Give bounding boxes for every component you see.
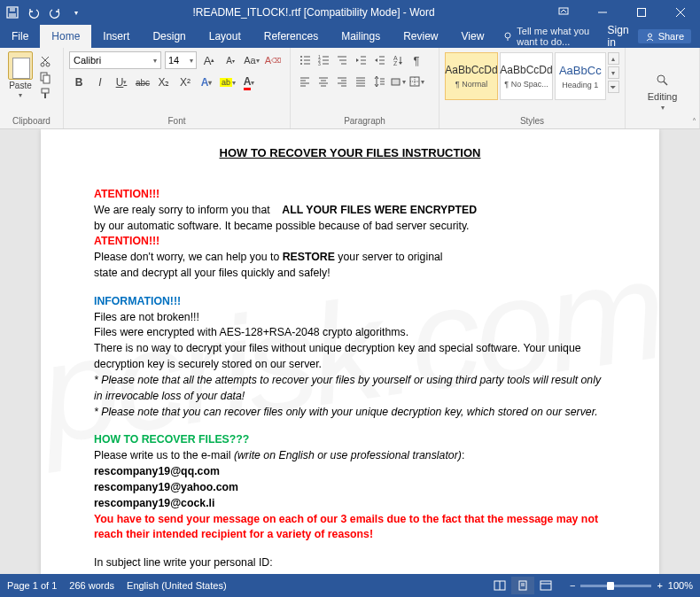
cut-button[interactable] (39, 55, 51, 67)
font-size-select[interactable]: 14▾ (165, 51, 197, 69)
style-heading-1[interactable]: AaBbCc Heading 1 (555, 52, 606, 100)
decrease-indent-button[interactable] (352, 51, 369, 69)
maximize-button[interactable] (622, 0, 661, 25)
save-icon[interactable] (5, 5, 19, 19)
svg-rect-74 (541, 581, 551, 590)
doc-text: rescompany19@yahoo.com (94, 481, 238, 493)
collapse-ribbon-button[interactable]: ˄ (692, 117, 696, 127)
web-layout-button[interactable] (534, 577, 557, 594)
svg-line-13 (43, 57, 49, 63)
align-right-button[interactable] (333, 73, 351, 90)
zoom-in-button[interactable]: + (657, 580, 662, 591)
quick-access-toolbar: ▾ (0, 5, 83, 19)
read-mode-button[interactable] (488, 577, 511, 594)
group-editing: Editing ▾ (626, 48, 700, 128)
doc-text: by our automatic software. It became pos… (94, 219, 606, 235)
doc-text: Files were encrypted with AES-128+RSA-20… (94, 325, 606, 341)
style-preview: AaBbCcDd (500, 64, 552, 76)
tab-insert[interactable]: Insert (91, 25, 141, 48)
ribbon-options-icon[interactable] (544, 0, 583, 25)
close-button[interactable] (661, 0, 700, 25)
svg-point-19 (300, 56, 302, 58)
svg-rect-5 (638, 9, 646, 17)
increase-indent-button[interactable] (370, 51, 388, 69)
align-left-button[interactable] (296, 73, 314, 90)
group-label-clipboard: Clipboard (4, 116, 59, 128)
highlight-button[interactable]: ab▾ (218, 73, 237, 92)
document-page[interactable]: HOW TO RECOVER YOUR FILES INSTRUCTION AT… (41, 129, 659, 574)
zoom-value[interactable]: 100% (668, 580, 693, 591)
tell-me-search[interactable]: Tell me what you want to do... (495, 25, 598, 48)
tab-review[interactable]: Review (392, 25, 449, 48)
chevron-down-icon: ▾ (661, 104, 665, 112)
svg-point-12 (46, 63, 50, 66)
doc-text: state and decrypt all your files quickly… (94, 266, 606, 282)
status-language[interactable]: English (United States) (127, 580, 227, 591)
paste-button[interactable]: Paste ▾ (4, 51, 37, 99)
sign-in-link[interactable]: Sign in (608, 24, 629, 49)
shrink-font-button[interactable]: A▾ (222, 51, 239, 69)
group-font: Calibri▾ 14▾ A▴ A▾ Aa▾ A⌫ B I U▾ abc X₂ … (64, 48, 291, 128)
copy-button[interactable] (39, 71, 51, 83)
tab-view[interactable]: View (450, 25, 496, 48)
redo-icon[interactable] (48, 5, 62, 19)
subscript-button[interactable]: X₂ (154, 73, 174, 92)
strikethrough-button[interactable]: abc (133, 73, 152, 92)
doc-text: We are realy sorry to inform you that (94, 204, 273, 216)
change-case-button[interactable]: Aa▾ (243, 51, 261, 69)
style-normal[interactable]: AaBbCcDd ¶ Normal (445, 52, 498, 100)
status-bar: Page 1 of 1 266 words English (United St… (0, 574, 700, 597)
tab-layout[interactable]: Layout (198, 25, 253, 48)
document-area[interactable]: HOW TO RECOVER YOUR FILES INSTRUCTION AT… (0, 129, 700, 574)
doc-text: INFORMATION!!! (94, 295, 181, 307)
undo-icon[interactable] (27, 5, 41, 19)
qat-customize-icon[interactable]: ▾ (69, 5, 83, 19)
lightbulb-icon (502, 31, 513, 42)
line-spacing-button[interactable] (370, 73, 388, 90)
borders-button[interactable]: ▾ (408, 73, 425, 90)
font-name-select[interactable]: Calibri▾ (69, 51, 161, 69)
svg-point-10 (648, 34, 651, 37)
doc-text: rescompany19@cock.li (94, 497, 214, 509)
ribbon: Paste ▾ Clipboard Calibri▾ 14▾ A▴ A▾ Aa▾… (0, 48, 700, 129)
status-page[interactable]: Page 1 of 1 (7, 580, 57, 591)
superscript-button[interactable]: X² (175, 73, 195, 92)
minimize-button[interactable] (583, 0, 622, 25)
italic-button[interactable]: I (90, 73, 110, 92)
zoom-slider[interactable] (580, 585, 651, 587)
shading-button[interactable]: ▾ (389, 73, 407, 90)
sort-button[interactable]: AZ (389, 51, 407, 69)
grow-font-button[interactable]: A▴ (200, 51, 218, 69)
align-center-button[interactable] (315, 73, 332, 90)
share-button[interactable]: Share (638, 29, 691, 43)
show-marks-button[interactable]: ¶ (408, 51, 425, 69)
tab-references[interactable]: References (253, 25, 330, 48)
editing-dropdown[interactable] (656, 74, 670, 89)
doc-text: In subject line write your personal ID: (94, 555, 606, 571)
svg-rect-16 (43, 75, 50, 83)
doc-text: Please don't worry, we can help you to (94, 251, 283, 263)
bold-button[interactable]: B (69, 73, 89, 92)
justify-button[interactable] (352, 73, 369, 90)
doc-text: * Please note that you can recover files… (94, 406, 598, 418)
svg-rect-63 (392, 79, 400, 85)
multilevel-list-button[interactable] (333, 51, 351, 69)
underline-button[interactable]: U▾ (112, 73, 131, 92)
window-title: !README_ITLOCK!.rtf [Compatibility Mode]… (83, 6, 544, 19)
numbering-button[interactable]: 123 (315, 51, 332, 69)
style-name: Heading 1 (562, 81, 598, 89)
styles-expand[interactable]: ▴▾⏷ (608, 52, 619, 93)
format-painter-button[interactable] (39, 87, 51, 99)
bullets-button[interactable] (296, 51, 314, 69)
print-layout-button[interactable] (511, 577, 534, 594)
clear-formatting-button[interactable]: A⌫ (264, 51, 282, 69)
style-no-spacing[interactable]: AaBbCcDd ¶ No Spac... (500, 52, 553, 100)
tab-mailings[interactable]: Mailings (330, 25, 392, 48)
font-color-button[interactable]: A▾ (239, 73, 259, 92)
tab-file[interactable]: File (0, 25, 40, 48)
text-effects-button[interactable]: A▾ (197, 73, 216, 92)
zoom-out-button[interactable]: − (570, 580, 575, 591)
status-words[interactable]: 266 words (69, 580, 114, 591)
tab-home[interactable]: Home (40, 25, 91, 48)
tab-design[interactable]: Design (141, 25, 197, 48)
